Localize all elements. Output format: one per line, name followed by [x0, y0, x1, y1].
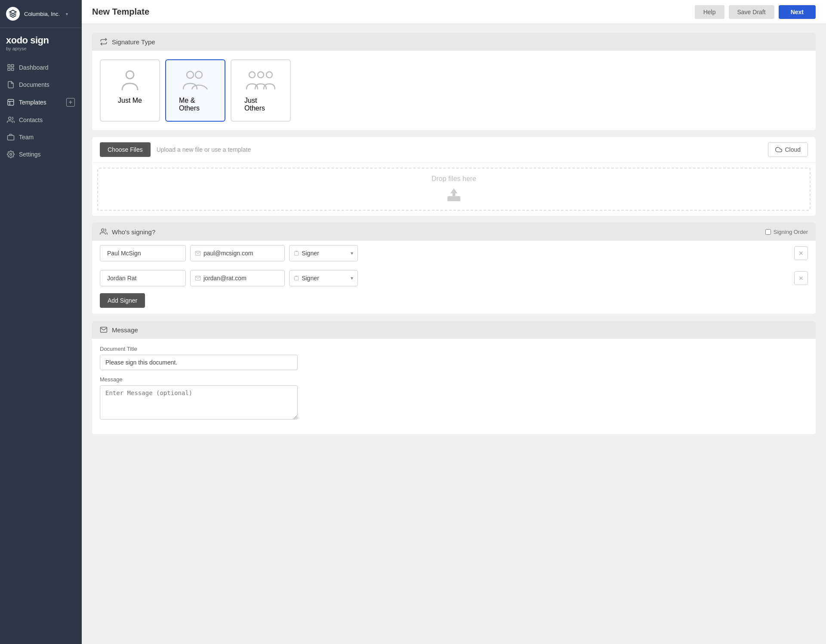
help-button[interactable]: Help: [695, 5, 724, 19]
add-signer-button[interactable]: Add Signer: [100, 293, 145, 308]
svg-rect-16: [447, 196, 460, 201]
signers-header-left: Who's signing?: [100, 228, 155, 236]
signers-card: Who's signing? Signing Order: [92, 223, 816, 314]
sidebar-company-header[interactable]: Columbia, Inc. ▾: [0, 0, 82, 28]
settings-label: Settings: [19, 151, 41, 158]
nav-menu: Dashboard Documents Templates + Contacts: [0, 55, 82, 644]
signature-type-header: Signature Type: [92, 33, 816, 51]
next-button[interactable]: Next: [779, 5, 816, 19]
drop-zone[interactable]: Drop files here: [97, 168, 811, 211]
briefcase-icon: [7, 133, 15, 141]
doc-title-input[interactable]: [100, 355, 298, 370]
add-template-button[interactable]: +: [66, 98, 75, 107]
svg-point-13: [249, 72, 255, 78]
just-others-label: Just Others: [244, 97, 277, 112]
signer-1-remove-button[interactable]: [794, 246, 808, 260]
clipboard-icon: [294, 275, 299, 281]
signer-2-role-wrap: Signer CC Approver ▾: [289, 270, 358, 286]
settings-icon: [7, 150, 15, 158]
me-and-others-label: Me & Others: [179, 97, 212, 112]
users-icon: [7, 116, 15, 124]
svg-rect-8: [8, 135, 14, 140]
signer-2-remove-button[interactable]: [794, 271, 808, 285]
signer-2-email-wrap: [190, 270, 285, 286]
cloud-icon: [775, 146, 782, 153]
email-icon: [195, 275, 201, 281]
sidebar-item-dashboard[interactable]: Dashboard: [0, 59, 82, 76]
svg-point-7: [9, 117, 11, 120]
signer-1-email-input[interactable]: [203, 250, 279, 257]
signing-order-checkbox[interactable]: [765, 229, 771, 235]
svg-rect-2: [8, 68, 10, 71]
choose-files-button[interactable]: Choose Files: [100, 142, 151, 157]
company-info: Columbia, Inc.: [24, 11, 60, 17]
templates-label: Templates: [19, 99, 46, 106]
signature-icon: [100, 38, 108, 46]
message-textarea[interactable]: [100, 385, 298, 420]
drop-text: Drop files here: [431, 175, 476, 183]
signer-2-name-wrap: [100, 270, 186, 286]
sig-option-just-me[interactable]: Just Me: [100, 59, 160, 122]
sidebar-item-team[interactable]: Team: [0, 129, 82, 146]
message-body: Document Title Message: [92, 339, 816, 434]
signer-2-name-input[interactable]: [107, 275, 182, 282]
sidebar-item-documents[interactable]: Documents: [0, 76, 82, 93]
message-card: Message Document Title Message: [92, 321, 816, 434]
signer-1-role-wrap: Signer CC Approver ▾: [289, 245, 358, 261]
dashboard-label: Dashboard: [19, 64, 49, 71]
main-content: New Template Help Save Draft Next Signat…: [82, 0, 826, 644]
signers-title: Who's signing?: [112, 228, 155, 236]
message-field-label: Message: [100, 376, 808, 383]
message-title: Message: [112, 326, 138, 334]
signers-icon: [100, 228, 108, 236]
company-chevron-icon: ▾: [66, 12, 68, 16]
signers-header: Who's signing? Signing Order: [92, 223, 816, 241]
sidebar-item-settings[interactable]: Settings: [0, 146, 82, 163]
svg-marker-17: [450, 188, 458, 196]
save-draft-button[interactable]: Save Draft: [729, 5, 774, 19]
svg-rect-4: [8, 99, 14, 105]
grid-icon: [7, 64, 15, 71]
remove-icon: [798, 250, 804, 256]
sig-option-just-others[interactable]: Just Others: [231, 59, 291, 122]
svg-rect-24: [295, 276, 299, 280]
layout-icon: [7, 98, 15, 106]
signing-order-label: Signing Order: [765, 229, 808, 235]
doc-title-label: Document Title: [100, 346, 808, 352]
sig-option-me-and-others[interactable]: Me & Others: [165, 59, 225, 122]
file-upload-bar: Choose Files Upload a new file or use a …: [92, 137, 816, 163]
signer-2-email-input[interactable]: [203, 275, 279, 282]
contacts-label: Contacts: [19, 117, 43, 123]
sidebar-item-contacts[interactable]: Contacts: [0, 111, 82, 129]
signer-2-role-select[interactable]: Signer CC Approver: [302, 275, 353, 282]
topbar: New Template Help Save Draft Next: [82, 0, 826, 24]
signature-type-title: Signature Type: [112, 38, 155, 46]
upload-hint: Upload a new file or use a template: [157, 146, 762, 153]
just-me-icon: [120, 69, 139, 92]
svg-point-15: [266, 72, 272, 78]
page-title: New Template: [92, 7, 149, 17]
signature-options: Just Me Me & Others: [100, 59, 808, 122]
company-name: Columbia, Inc.: [24, 11, 60, 17]
svg-rect-1: [12, 64, 14, 67]
svg-point-9: [10, 153, 12, 156]
remove-icon: [798, 275, 804, 281]
sidebar-item-templates[interactable]: Templates +: [0, 93, 82, 111]
signer-1-name-input[interactable]: [107, 250, 182, 257]
cloud-button[interactable]: Cloud: [768, 142, 808, 157]
signature-type-body: Just Me Me & Others: [92, 51, 816, 130]
just-me-label: Just Me: [118, 97, 142, 104]
team-label: Team: [19, 134, 34, 141]
clipboard-icon: [294, 250, 299, 256]
signer-1-name-wrap: [100, 245, 186, 261]
me-and-others-icon: [182, 69, 208, 92]
svg-point-14: [258, 72, 264, 78]
message-field-group: Message: [100, 376, 808, 421]
svg-rect-20: [295, 251, 299, 255]
file-icon: [7, 81, 15, 89]
message-header: Message: [92, 321, 816, 339]
svg-rect-3: [12, 68, 14, 71]
envelope-icon: [100, 326, 108, 334]
signer-1-role-select[interactable]: Signer CC Approver: [302, 250, 353, 257]
signer-1-email-wrap: [190, 245, 285, 261]
